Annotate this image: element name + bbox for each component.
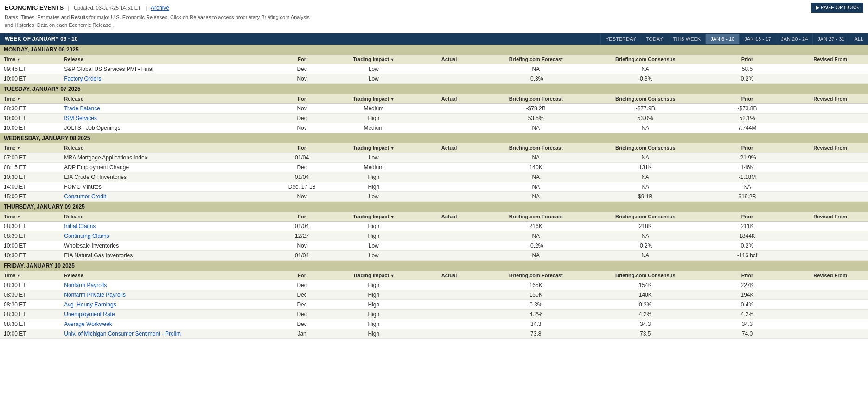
- event-release[interactable]: Average Workweek: [60, 319, 272, 329]
- event-revised: [792, 114, 868, 123]
- event-prior: 146K: [702, 163, 792, 172]
- event-revised: [792, 153, 868, 163]
- table-row: 08:30 ETUnemployment RateDecHigh4.2%4.2%…: [0, 310, 868, 319]
- event-bfc: NA: [483, 192, 589, 202]
- week-nav-btn[interactable]: JAN 13 - 17: [739, 34, 776, 44]
- event-release[interactable]: Continuing Claims: [60, 231, 272, 241]
- table-row: 10:30 ETEIA Crude Oil Inventories01/04Hi…: [0, 172, 868, 182]
- event-for: Dec: [272, 64, 332, 74]
- week-nav-btn[interactable]: JAN 6 - 10: [705, 34, 739, 44]
- release-link[interactable]: Factory Orders: [64, 76, 101, 82]
- release-link[interactable]: Avg. Hourly Earnings: [64, 301, 116, 308]
- subtitle: Dates, Times, Estimates and Results for …: [5, 13, 863, 29]
- event-bfc: 4.2%: [483, 310, 589, 319]
- week-nav-btn[interactable]: THIS WEEK: [668, 34, 706, 44]
- event-impact: High: [332, 231, 415, 241]
- event-release: MBA Mortgage Applications Index: [60, 153, 272, 163]
- event-actual: [415, 153, 483, 163]
- release-link[interactable]: Continuing Claims: [64, 233, 109, 239]
- event-impact: Medium: [332, 163, 415, 172]
- release-link[interactable]: Trade Balance: [64, 105, 100, 112]
- col-header-trading_impact[interactable]: Trading Impact: [332, 271, 415, 280]
- col-header-release: Release: [60, 94, 272, 104]
- col-header-time[interactable]: Time: [0, 94, 60, 104]
- event-bcc: 218K: [589, 222, 702, 231]
- event-prior: 0.2%: [702, 74, 792, 84]
- week-nav-btn[interactable]: JAN 20 - 24: [776, 34, 812, 44]
- event-time: 10:00 ET: [0, 114, 60, 123]
- event-for: 01/04: [272, 222, 332, 231]
- event-release[interactable]: Univ. of Michigan Consumer Sentiment - P…: [60, 329, 272, 339]
- archive-link[interactable]: Archive: [151, 5, 169, 11]
- event-release[interactable]: Factory Orders: [60, 74, 272, 84]
- col-header-release: Release: [60, 143, 272, 153]
- event-bcc: -$77.9B: [589, 104, 702, 114]
- week-nav-btn[interactable]: TODAY: [641, 34, 668, 44]
- week-nav-btn[interactable]: JAN 27 - 31: [812, 34, 849, 44]
- event-release[interactable]: Unemployment Rate: [60, 310, 272, 319]
- event-actual: [415, 114, 483, 123]
- col-header-time[interactable]: Time: [0, 143, 60, 153]
- release-link[interactable]: Initial Claims: [64, 223, 96, 229]
- event-release[interactable]: Initial Claims: [60, 222, 272, 231]
- col-header-time[interactable]: Time: [0, 55, 60, 64]
- event-prior: 74.0: [702, 329, 792, 339]
- event-prior: 1844K: [702, 231, 792, 241]
- release-link[interactable]: ISM Services: [64, 115, 97, 121]
- col-header-for: For: [272, 143, 332, 153]
- event-actual: [415, 64, 483, 74]
- event-release[interactable]: Trade Balance: [60, 104, 272, 114]
- week-nav-buttons: YESTERDAYTODAYTHIS WEEKJAN 6 - 10JAN 13 …: [600, 34, 868, 44]
- event-release[interactable]: Nonfarm Payrolls: [60, 280, 272, 290]
- event-actual: [415, 182, 483, 192]
- release-link[interactable]: Univ. of Michigan Consumer Sentiment - P…: [64, 331, 181, 337]
- release-link[interactable]: Consumer Credit: [64, 193, 106, 200]
- event-bcc: 73.5: [589, 329, 702, 339]
- event-bfc: 34.3: [483, 319, 589, 329]
- table-row: 10:30 ETEIA Natural Gas Inventories01/04…: [0, 251, 868, 261]
- event-time: 10:30 ET: [0, 172, 60, 182]
- event-revised: [792, 64, 868, 74]
- title-separator2: |: [145, 5, 147, 11]
- col-header-trading_impact[interactable]: Trading Impact: [332, 143, 415, 153]
- event-for: Dec: [272, 319, 332, 329]
- event-prior: -$73.8B: [702, 104, 792, 114]
- event-release[interactable]: Avg. Hourly Earnings: [60, 300, 272, 310]
- col-header-release: Release: [60, 271, 272, 280]
- event-bcc: NA: [589, 64, 702, 74]
- event-bfc: 0.3%: [483, 300, 589, 310]
- event-for: 01/04: [272, 172, 332, 182]
- col-header-actual: Actual: [415, 94, 483, 104]
- release-link[interactable]: Nonfarm Private Payrolls: [64, 292, 126, 298]
- event-prior: -1.18M: [702, 172, 792, 182]
- col-header-trading_impact[interactable]: Trading Impact: [332, 212, 415, 222]
- table-row: 08:30 ETInitial Claims01/04High216K218K2…: [0, 222, 868, 231]
- event-actual: [415, 251, 483, 261]
- release-link[interactable]: Unemployment Rate: [64, 311, 115, 318]
- col-header-trading_impact[interactable]: Trading Impact: [332, 94, 415, 104]
- event-release[interactable]: Nonfarm Private Payrolls: [60, 290, 272, 300]
- page-options-button[interactable]: ▶ PAGE OPTIONS: [811, 3, 863, 13]
- event-time: 14:00 ET: [0, 182, 60, 192]
- event-impact: High: [332, 300, 415, 310]
- event-bcc: 140K: [589, 290, 702, 300]
- col-header-trading_impact[interactable]: Trading Impact: [332, 55, 415, 64]
- event-impact: High: [332, 280, 415, 290]
- col-header-time[interactable]: Time: [0, 212, 60, 222]
- release-link[interactable]: Nonfarm Payrolls: [64, 282, 107, 288]
- col-header-time[interactable]: Time: [0, 271, 60, 280]
- event-release: S&P Global US Services PMI - Final: [60, 64, 272, 74]
- event-prior: 0.2%: [702, 241, 792, 251]
- event-for: 12/27: [272, 231, 332, 241]
- release-link[interactable]: Average Workweek: [64, 321, 112, 327]
- week-nav-btn[interactable]: ALL: [849, 34, 868, 44]
- event-release[interactable]: Consumer Credit: [60, 192, 272, 202]
- event-impact: High: [332, 290, 415, 300]
- week-nav-btn[interactable]: YESTERDAY: [600, 34, 641, 44]
- event-release[interactable]: ISM Services: [60, 114, 272, 123]
- event-time: 10:00 ET: [0, 74, 60, 84]
- col-header-bcc: Briefing.com Consensus: [589, 271, 702, 280]
- event-revised: [792, 251, 868, 261]
- table-row: 07:00 ETMBA Mortgage Applications Index0…: [0, 153, 868, 163]
- col-header-revised_from: Revised From: [792, 212, 868, 222]
